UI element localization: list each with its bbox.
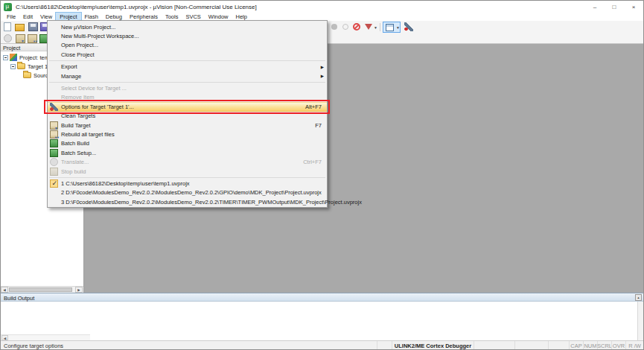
blank-icon [50,23,58,31]
project-panel-hscrollbar[interactable]: ◀ ▶ [1,286,83,293]
target-options-caret-icon: ▼ [396,25,400,30]
scroll-up-icon[interactable]: ▲ [635,294,642,301]
menu-item-clean-targets[interactable]: Clean Targets [48,112,327,121]
collapse-icon[interactable] [3,55,8,60]
open-folder-icon[interactable] [15,24,25,31]
scroll-left-icon[interactable]: ◀ [1,335,8,340]
collapse-icon[interactable] [10,64,16,69]
menu-item-recent-project-1[interactable]: 1 C:\Users\86182\Desktop\temp\user\temp1… [48,179,327,188]
configure-wrench-icon[interactable] [404,22,413,31]
close-button[interactable]: × [624,1,643,13]
translate-file-icon[interactable] [4,34,12,42]
status-rw-indicator: R /W [625,341,643,350]
options-wand-icon [50,103,58,111]
menu-item-manage[interactable]: Manage [48,71,327,80]
build-output-content: ◀ [1,302,643,340]
status-cell [377,341,392,350]
filter-icon[interactable] [365,24,372,30]
scrollbar-thumb[interactable] [9,287,72,292]
status-cell [548,341,569,350]
status-cell [474,341,514,350]
menu-item-new-multi-project-workspace[interactable]: New Multi-Project Workspace... [48,31,327,40]
minimize-button[interactable]: – [585,1,605,13]
menu-item-stop-build[interactable]: Stop build [48,167,327,176]
scroll-left-icon[interactable]: ◀ [1,287,8,293]
build-target-icon[interactable] [16,34,25,43]
blank-icon [50,198,58,206]
status-ovr-indicator: OVR [611,341,625,350]
toolbar-separator [380,23,380,31]
blank-icon [50,51,58,59]
menu-separator [49,177,325,178]
scroll-right-icon[interactable]: ▶ [75,287,83,293]
menu-item-build-target[interactable]: Build Target F7 [48,121,327,130]
status-debugger: ULINK2/ME Cortex Debugger [392,341,474,350]
rebuild-all-icon [50,130,58,139]
menu-item-recent-project-2[interactable]: 2 D:\F0code\ModulesDemo_Rev2.0.2\Modules… [48,188,327,197]
menu-edit[interactable]: Edit [19,13,36,21]
maximize-button[interactable]: □ [605,1,624,13]
menu-item-batch-setup[interactable]: Batch Setup... [48,148,327,157]
build-output-hscrollbar[interactable]: ◀ [1,334,90,340]
workspace-icon [10,54,17,61]
batch-setup-icon [50,149,58,157]
status-caps-indicator: CAP [569,341,583,350]
blank-icon [50,188,58,197]
build-output-header: Build Output ▲ [1,293,643,302]
menu-item-new-uvision-project[interactable]: New µVision Project... [48,22,327,31]
blank-icon [50,72,58,80]
build-output-vscrollbar[interactable] [637,302,643,340]
rebuild-all-icon[interactable] [28,34,37,43]
status-message: Configure target options [1,343,377,349]
target-folder-icon [17,63,25,69]
menu-item-select-device-for-target[interactable]: Select Device for Target ... [48,83,327,92]
translate-icon [50,158,58,166]
blank-icon [50,84,58,92]
menu-item-remove-item[interactable]: Remove Item [48,93,327,102]
window-title: C:\Users\86182\Desktop\temp\user\temp1.u… [16,4,257,10]
batch-build-icon [50,139,58,147]
breakpoint-gray-icon[interactable] [331,24,337,30]
filter-caret-icon[interactable]: ▼ [374,25,377,30]
menu-item-recent-project-3[interactable]: 3 D:\F0code\ModulesDemo_Rev2.0.2\Modules… [48,197,327,206]
menu-item-batch-build[interactable]: Batch Build [48,139,327,148]
stop-build-icon [50,168,58,176]
status-bar: Configure target options ULINK2/ME Corte… [1,340,643,350]
status-scrl-indicator: SCRL [597,341,611,350]
blank-icon [50,32,58,40]
menu-item-close-project[interactable]: Close Project [48,50,327,59]
status-num-indicator: NUM [583,341,597,350]
checkmark-icon [50,179,58,188]
blank-icon [50,112,58,120]
menu-file[interactable]: File [3,13,19,21]
target-window-icon [386,24,394,31]
blank-icon [50,63,58,71]
menu-item-open-project[interactable]: Open Project... [48,41,327,50]
uvision-window: C:\Users\86182\Desktop\temp\user\temp1.u… [0,0,644,350]
tree-item-label: Target 1 [28,63,48,70]
breakpoint-outline-icon[interactable] [342,24,348,30]
kill-breakpoints-icon[interactable] [353,23,360,31]
menu-item-rebuild-all[interactable]: Rebuild all target files [48,130,327,139]
menu-item-translate[interactable]: Translate... Ctrl+F7 [48,157,327,166]
menu-item-options-for-target[interactable]: Options for Target 'Target 1'... Alt+F7 [48,102,327,111]
status-cell [514,341,548,350]
save-icon[interactable] [28,22,38,31]
menu-item-export[interactable]: Export [48,63,327,71]
project-menu-dropdown: New µVision Project... New Multi-Project… [47,20,328,208]
blank-icon [50,93,58,101]
title-bar: C:\Users\86182\Desktop\temp\user\temp1.u… [1,1,643,13]
source-folder-icon [23,72,31,78]
uvision-app-icon [4,3,12,11]
build-target-icon [50,121,58,130]
build-output-title: Build Output [4,295,34,302]
new-file-icon[interactable] [4,22,11,31]
menu-separator [49,60,325,61]
target-options-button[interactable]: ▼ [383,22,401,33]
menu-separator [49,82,325,83]
blank-icon [50,41,58,49]
